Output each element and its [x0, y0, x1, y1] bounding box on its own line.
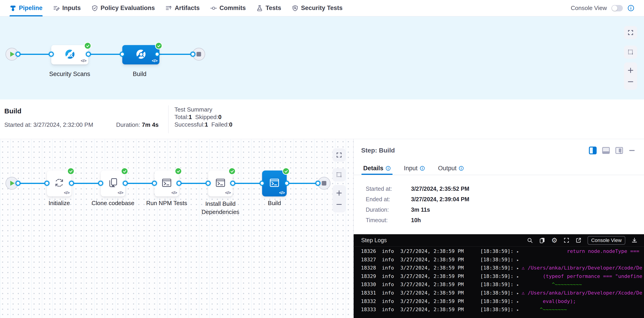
log-date: 3/27/2024, 2:38:59 PM	[400, 257, 464, 263]
expand-arrow-icon[interactable]: ▸	[517, 249, 522, 254]
canvas-select-button[interactable]	[624, 45, 637, 59]
copy-icon[interactable]	[539, 237, 546, 244]
tab-details[interactable]: Details	[363, 162, 391, 175]
step-graph-canvas[interactable]: </> Initialize </> Clone codebase	[0, 139, 354, 318]
tab-tests[interactable]: Tests	[256, 0, 281, 16]
zoom-in-button[interactable]	[336, 190, 342, 196]
zoom-in-button[interactable]	[627, 67, 634, 74]
step-node-initialize[interactable]: </>	[47, 171, 72, 196]
detail-row: Duration: 3m 11s	[366, 206, 644, 213]
console-view-toggle[interactable]	[612, 5, 623, 11]
detail-value: 3/27/2024, 2:35:52 PM	[411, 186, 469, 192]
info-icon[interactable]	[628, 4, 634, 11]
panel-layout-controls	[588, 146, 636, 155]
detail-label: Ended at:	[366, 196, 411, 203]
duration-label: Duration:	[116, 121, 140, 128]
step-node-install-build-dependencies[interactable]: </>	[208, 171, 233, 196]
fullscreen-icon[interactable]	[564, 237, 570, 243]
expand-arrow-icon[interactable]: ▸	[517, 308, 522, 312]
tab-output[interactable]: Output	[438, 162, 464, 175]
download-icon[interactable]	[631, 237, 638, 244]
shield-check-icon	[91, 5, 98, 11]
navbar-tabs: Pipeline Inputs Policy Evaluations Artif…	[10, 0, 342, 16]
info-icon[interactable]	[420, 166, 425, 171]
tab-label: Pipeline	[19, 4, 42, 11]
expand-arrow-icon[interactable]: ▸	[517, 283, 522, 287]
duration-value: 7m 4s	[142, 121, 159, 128]
step-node-build[interactable]: </>	[262, 171, 287, 196]
log-line-number: 18331	[361, 290, 376, 296]
tab-commits[interactable]: Commits	[210, 0, 246, 16]
info-icon[interactable]	[386, 166, 391, 171]
canvas-fullscreen-button[interactable]	[624, 26, 637, 39]
tab-pipeline[interactable]: Pipeline	[10, 0, 42, 16]
node-port	[154, 52, 160, 57]
log-line: 18326info3/27/2024, 2:38:59 PM[18:38:59]…	[354, 248, 644, 257]
canvas-fullscreen-button[interactable]	[332, 148, 346, 162]
duration: Duration: 7m 4s	[116, 121, 158, 128]
node-port	[69, 181, 74, 186]
artifacts-icon	[165, 5, 172, 11]
node-port	[44, 181, 50, 186]
log-line-number: 18332	[361, 299, 376, 304]
success-badge-icon	[175, 168, 182, 175]
log-timestamp: [18:38:59]:	[480, 265, 514, 271]
zoom-out-button[interactable]	[627, 78, 634, 85]
open-external-icon[interactable]	[576, 237, 582, 243]
info-icon[interactable]	[459, 166, 464, 171]
tab-artifacts[interactable]: Artifacts	[165, 0, 200, 16]
log-level: info	[382, 257, 394, 263]
stage-node-security-scans[interactable]: </>	[51, 45, 88, 64]
failed-label: Failed:	[211, 121, 229, 128]
success-badge-icon	[84, 42, 91, 49]
step-logs-panel: Step Logs ⚙ Console View	[354, 234, 644, 318]
expand-arrow-icon[interactable]: ▸	[517, 258, 522, 262]
zoom-out-button[interactable]	[336, 201, 342, 208]
tab-input[interactable]: Input	[404, 162, 425, 175]
tab-security-tests[interactable]: Security Tests	[292, 0, 343, 16]
step-details-panel: Step: Build Details	[354, 139, 644, 318]
node-port	[190, 52, 196, 57]
build-stage-icon	[136, 49, 146, 60]
code-glyph: </>	[225, 190, 231, 195]
log-line-number: 18329	[361, 273, 376, 279]
node-port	[230, 181, 235, 186]
console-view-button[interactable]: Console View	[588, 236, 625, 245]
layout-bottom-panel-icon[interactable]	[602, 146, 610, 155]
search-icon[interactable]	[527, 237, 533, 244]
step-logs-title: Step Logs	[361, 237, 387, 244]
canvas-select-button[interactable]	[332, 168, 346, 181]
expand-arrow-icon[interactable]: ▸	[517, 299, 522, 304]
skipped-value: 0	[218, 114, 221, 120]
logs-toolbar: ⚙ Console View	[527, 236, 638, 245]
logs-body[interactable]: 18326info3/27/2024, 2:38:59 PM[18:38:59]…	[354, 247, 644, 318]
log-date: 3/27/2024, 2:38:59 PM	[400, 299, 464, 304]
console-view-label: Console View	[571, 4, 607, 11]
tab-policy-evaluations[interactable]: Policy Evaluations	[91, 0, 155, 16]
tab-inputs[interactable]: Inputs	[53, 0, 81, 16]
layout-right-panel-icon[interactable]	[588, 146, 597, 155]
node-port	[16, 52, 20, 57]
stage-node-build[interactable]: </>	[122, 45, 160, 64]
node-port	[123, 181, 128, 186]
step-node-clone-codebase[interactable]: </>	[101, 171, 125, 196]
minimize-panel-icon[interactable]	[628, 147, 636, 154]
play-icon	[10, 181, 14, 186]
log-line-number: 18327	[361, 257, 376, 263]
expand-arrow-icon[interactable]: ▸	[517, 291, 522, 296]
started-at: Started at: 3/27/2024, 2:32:00 PM	[4, 121, 93, 128]
flask-icon	[256, 5, 263, 11]
layout-floating-panel-icon[interactable]	[615, 146, 624, 155]
log-line: 18330info3/27/2024, 2:38:59 PM[18:38:59]…	[354, 282, 644, 290]
stage-graph-canvas[interactable]: </> Security Scans </> Build	[0, 16, 644, 99]
node-port	[260, 181, 264, 186]
expand-arrow-icon[interactable]: ▸	[517, 266, 522, 271]
log-level: info	[382, 273, 394, 279]
code-glyph: </>	[118, 190, 123, 195]
tab-label: Policy Evaluations	[101, 4, 155, 11]
step-node-run-npm-tests[interactable]: </>	[154, 171, 179, 196]
log-line: 18333info3/27/2024, 2:38:59 PM[18:38:59]…	[354, 307, 644, 315]
expand-arrow-icon[interactable]: ▸	[517, 274, 522, 279]
node-port	[152, 181, 157, 186]
gear-icon[interactable]: ⚙	[551, 237, 558, 244]
